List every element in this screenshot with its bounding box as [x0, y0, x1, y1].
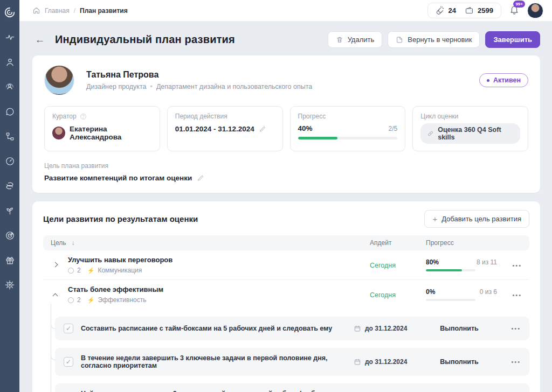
logo-icon[interactable] [4, 6, 16, 18]
home-icon[interactable] [32, 6, 40, 15]
goal-task-count: 2 [77, 296, 81, 304]
user-avatar[interactable] [527, 3, 543, 19]
draft-icon [396, 36, 403, 44]
gauge-icon[interactable] [4, 155, 16, 167]
task-count-circle-icon [68, 297, 74, 303]
team-icon[interactable] [4, 81, 16, 93]
goal-row: Стать более эффективным 2 ⚡ Эффективност… [43, 280, 529, 309]
edit-goal-icon[interactable] [197, 174, 204, 182]
goal-progress: 0% 0 из 6 [426, 288, 497, 301]
breadcrumb-separator: / [74, 7, 75, 15]
coins-counter[interactable]: 2599 [465, 6, 493, 15]
review-cycle-card: Цикл оценки Оценка 360 Q4 Soft skills [412, 106, 528, 151]
sprout-icon[interactable] [4, 205, 16, 216]
curator-label: Куратор [52, 113, 77, 120]
main-content: Татьяна Петрова Дизайнер продукта • Депа… [19, 55, 552, 392]
subtask-text: Найти и автоматизировать 2 рутинных дейс… [81, 390, 346, 392]
more-icon[interactable]: ••• [512, 292, 522, 298]
employee-role: Дизайнер продукта [86, 83, 146, 90]
goal-update: Сегодня [370, 262, 396, 269]
subtask-text: Составить расписание с тайм-боксами на 5… [81, 325, 346, 332]
period-card: Период действия 01.01.2024 - 31.12.2024 [167, 106, 283, 151]
employee-department: Департамент дизайна и пользовательского … [156, 83, 312, 90]
sort-desc-icon[interactable]: ↓ [71, 239, 74, 247]
subtask-row: ✓ В течение недели завершить 3 ключевые … [55, 348, 529, 376]
employee-name: Татьяна Петрова [86, 70, 312, 80]
page-title: Индивидуальный план развития [55, 33, 235, 46]
subtask-row: ✓ Найти и автоматизировать 2 рутинных де… [55, 383, 529, 392]
goal-title[interactable]: Улучшить навык переговоров [68, 256, 172, 264]
plan-goal-value: Развитие компетенций по итогам оценки [44, 174, 192, 182]
cycle-label: Цикл оценки [420, 113, 458, 120]
notifications-button[interactable]: 99+ [509, 4, 520, 17]
activity-icon[interactable] [4, 31, 16, 43]
lightning-icon: ⚡ [87, 297, 95, 304]
edit-period-icon[interactable] [259, 125, 266, 133]
target-icon[interactable] [4, 229, 16, 241]
rewards-counters: 24 2599 [427, 3, 501, 18]
more-icon[interactable]: ••• [499, 325, 521, 332]
help-icon[interactable] [80, 113, 87, 120]
subtask-list: ✓ Составить расписание с тайм-боксами на… [55, 317, 529, 392]
return-draft-button[interactable]: Вернуть в черновик [388, 31, 480, 48]
goal-title[interactable]: Стать более эффективным [68, 285, 163, 293]
chevron-up-icon[interactable] [51, 290, 59, 299]
plus-icon: + [432, 214, 437, 223]
cycle-link-pill[interactable]: Оценка 360 Q4 Soft skills [420, 123, 520, 144]
goal-competency: Коммуникация [98, 267, 142, 274]
overall-progress-card: Прогресс 40% 2/5 [290, 106, 406, 151]
add-goal-button[interactable]: + Добавить цель развития [424, 210, 529, 228]
period-label: Период действия [175, 113, 227, 120]
development-goals-card: Цели развития по результатам оценки + До… [32, 201, 540, 392]
coins-count: 2599 [478, 6, 493, 15]
more-icon[interactable]: ••• [512, 262, 522, 269]
delete-button[interactable]: Удалить [328, 31, 383, 48]
subtask-checkbox[interactable]: ✓ [64, 357, 73, 367]
progress-percent: 40% [298, 124, 313, 132]
plan-goal-block: Цель плана развития Развитие компетенций… [44, 162, 528, 182]
status-badge: Активен [479, 73, 528, 87]
goals-section-title: Цели развития по результатам оценки [43, 214, 198, 223]
employee-subtitle: Дизайнер продукта • Департамент дизайна … [86, 83, 312, 90]
period-value: 01.01.2024 - 31.12.2024 [175, 125, 254, 133]
claps-counter[interactable]: 24 [436, 6, 456, 15]
subtask-text: В течение недели завершить 3 ключевые за… [81, 354, 346, 369]
status-dot [487, 79, 489, 82]
breadcrumb-current: План развития [80, 7, 128, 15]
goals-table-header: Цель ↓ Апдейт Прогресс [43, 235, 529, 250]
chat-icon[interactable] [4, 106, 16, 117]
curator-card: Куратор Екатерина Александрова [44, 106, 160, 151]
settings-icon[interactable] [4, 279, 16, 291]
back-button[interactable]: ← [32, 32, 47, 47]
calendar-icon [354, 358, 361, 366]
claps-icon [436, 6, 445, 15]
dot-separator: • [150, 83, 152, 90]
sidebar [0, 0, 19, 392]
finish-button[interactable]: Завершить [485, 31, 540, 48]
complete-button[interactable]: Выполнить [427, 358, 492, 366]
complete-button[interactable]: Выполнить [427, 325, 492, 332]
curator-name[interactable]: Екатерина Александрова [70, 125, 152, 141]
goal-progress: 80% 8 из 11 [426, 258, 497, 271]
topbar: Главная / План развития 24 2599 [19, 0, 552, 22]
structure-icon[interactable] [4, 130, 16, 142]
loop-icon[interactable] [4, 180, 16, 192]
subtask-due: до 31.12.2024 [354, 358, 419, 366]
calendar-icon [354, 325, 361, 332]
task-count-circle-icon [68, 268, 74, 274]
trash-icon [336, 36, 343, 44]
app-window: Главная / План развития 24 2599 [0, 0, 552, 392]
user-icon[interactable] [4, 56, 16, 68]
subtask-checkbox[interactable]: ✓ [64, 324, 73, 333]
goal-task-count: 2 [77, 267, 81, 274]
goal-row: Улучшить навык переговоров 2 ⚡ Коммуника… [43, 250, 529, 280]
column-update: Апдейт [370, 239, 426, 247]
column-goal: Цель [51, 239, 66, 247]
chevron-right-icon[interactable] [51, 261, 59, 269]
curator-avatar [52, 127, 65, 139]
breadcrumb-home[interactable]: Главная [45, 7, 70, 15]
gift-icon[interactable] [4, 254, 16, 266]
more-icon[interactable]: ••• [499, 359, 521, 365]
progress-label: Прогресс [298, 113, 326, 120]
plan-goal-label: Цель плана развития [44, 162, 528, 170]
